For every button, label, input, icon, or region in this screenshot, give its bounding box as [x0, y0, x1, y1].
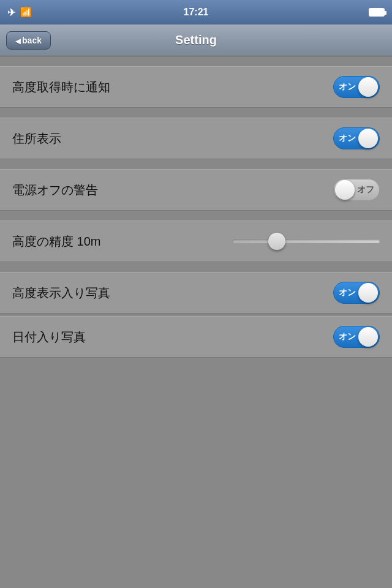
settings-content: 高度取得時に通知 オン 住所表示 オン 電源オフの警告 オフ 高度の精度 10m [0, 56, 392, 368]
altitude-notification-label: 高度取得時に通知 [12, 79, 110, 96]
nav-title: Setting [175, 33, 217, 47]
address-display-toggle[interactable]: オン [333, 127, 380, 149]
address-display-toggle-thumb [358, 129, 378, 148]
gap-3 [0, 213, 392, 218]
status-bar-left: ✈ 📶 [7, 7, 32, 18]
setting-row-address-display: 住所表示 オン [0, 118, 392, 159]
address-display-label: 住所表示 [12, 130, 61, 147]
altitude-precision-label: 高度の精度 10m [12, 233, 100, 250]
status-bar-time: 17:21 [184, 7, 209, 18]
altitude-notification-toggle-thumb [358, 77, 378, 97]
altitude-photo-label: 高度表示入り写真 [12, 285, 110, 301]
gap-1 [0, 110, 392, 115]
power-off-warning-toggle-label: オフ [357, 184, 374, 195]
altitude-notification-toggle[interactable]: オン [333, 76, 380, 98]
gap-2 [0, 162, 392, 167]
back-button[interactable]: back [6, 31, 51, 50]
setting-row-power-off-warning: 電源オフの警告 オフ [0, 169, 392, 211]
airplane-icon: ✈ [7, 7, 15, 18]
date-photo-toggle-thumb [358, 327, 378, 347]
nav-bar: back Setting [0, 24, 392, 56]
altitude-precision-slider-track [233, 239, 380, 243]
power-off-warning-label: 電源オフの警告 [12, 182, 98, 198]
altitude-precision-slider-container [233, 233, 380, 250]
wifi-icon: 📶 [20, 7, 32, 18]
battery-icon [369, 8, 385, 17]
setting-row-altitude-notification: 高度取得時に通知 オン [0, 66, 392, 108]
status-bar-right [369, 8, 385, 17]
power-off-warning-toggle[interactable]: オフ [333, 179, 380, 201]
altitude-precision-slider-thumb[interactable] [268, 233, 285, 250]
date-photo-toggle-label: オン [339, 331, 356, 342]
altitude-notification-toggle-label: オン [339, 81, 356, 92]
status-bar: ✈ 📶 17:21 [0, 0, 392, 24]
altitude-photo-toggle-thumb [358, 283, 378, 303]
gap-4 [0, 265, 392, 270]
date-photo-label: 日付入り写真 [12, 329, 86, 345]
date-photo-toggle[interactable]: オン [333, 326, 380, 348]
power-off-warning-toggle-thumb [335, 180, 355, 200]
altitude-photo-toggle-label: オン [339, 287, 356, 298]
setting-row-date-photo: 日付入り写真 オン [0, 316, 392, 358]
altitude-photo-toggle[interactable]: オン [333, 282, 380, 304]
setting-row-altitude-precision: 高度の精度 10m [0, 221, 392, 262]
address-display-toggle-label: オン [339, 133, 356, 144]
setting-row-altitude-photo: 高度表示入り写真 オン [0, 272, 392, 314]
